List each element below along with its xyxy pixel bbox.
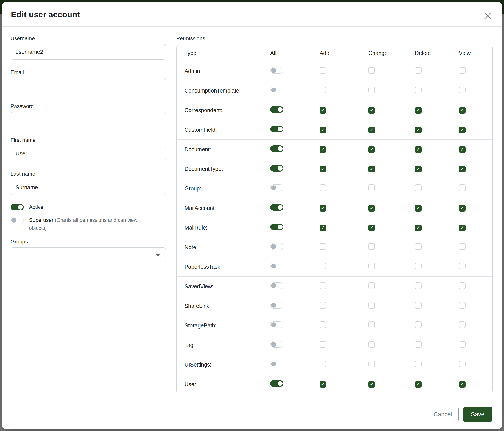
permission-all-toggle[interactable] [270, 243, 283, 250]
permission-all-toggle[interactable] [270, 185, 283, 191]
permission-view-checkbox[interactable] [459, 322, 466, 328]
permission-all-toggle[interactable] [270, 380, 283, 387]
permission-view-checkbox[interactable] [459, 67, 466, 74]
permission-view-checkbox[interactable]: ✓ [459, 205, 466, 212]
superuser-toggle[interactable] [10, 217, 24, 224]
username-input[interactable] [10, 44, 166, 60]
permission-add-checkbox[interactable] [320, 243, 326, 250]
password-input[interactable] [10, 112, 166, 127]
permission-view-checkbox[interactable]: ✓ [459, 166, 466, 172]
permission-change-checkbox[interactable] [368, 185, 375, 191]
permission-change-checkbox[interactable] [368, 361, 375, 367]
permission-delete-checkbox[interactable]: ✓ [415, 146, 422, 153]
permission-add-checkbox[interactable] [320, 282, 326, 289]
permission-change-checkbox[interactable] [368, 87, 375, 93]
permission-change-checkbox[interactable] [368, 341, 375, 348]
permission-all-toggle[interactable] [270, 263, 283, 269]
permission-add-checkbox[interactable]: ✓ [320, 224, 326, 231]
permission-add-checkbox[interactable] [320, 322, 326, 328]
permission-change-checkbox[interactable]: ✓ [368, 127, 375, 133]
permission-change-checkbox[interactable] [368, 282, 375, 289]
permission-add-checkbox[interactable]: ✓ [320, 205, 326, 212]
permission-change-checkbox[interactable] [368, 263, 375, 269]
permission-delete-checkbox[interactable] [415, 341, 422, 348]
permission-all-toggle[interactable] [270, 165, 283, 171]
permission-add-checkbox[interactable]: ✓ [320, 381, 326, 388]
permission-change-checkbox[interactable]: ✓ [368, 224, 375, 231]
permission-change-checkbox[interactable]: ✓ [368, 107, 375, 114]
permission-delete-checkbox[interactable]: ✓ [415, 381, 422, 388]
permission-view-checkbox[interactable] [459, 302, 466, 308]
permission-add-checkbox[interactable] [320, 67, 326, 74]
permission-view-checkbox[interactable] [459, 87, 466, 93]
toggle-knob [11, 218, 16, 223]
permission-all-toggle[interactable] [270, 106, 283, 113]
permission-add-checkbox[interactable] [320, 185, 326, 191]
permission-delete-checkbox[interactable]: ✓ [415, 224, 422, 231]
permission-add-checkbox[interactable]: ✓ [320, 107, 326, 114]
permission-delete-checkbox[interactable]: ✓ [415, 107, 422, 114]
cancel-button[interactable]: Cancel [427, 407, 459, 422]
permission-delete-checkbox[interactable] [415, 282, 422, 289]
permission-delete-checkbox[interactable] [415, 361, 422, 367]
last-name-field-group: Last name [10, 171, 166, 195]
permission-add-checkbox[interactable] [320, 341, 326, 348]
permission-delete-checkbox[interactable] [415, 243, 422, 250]
permission-add-checkbox[interactable] [320, 87, 326, 93]
permission-delete-checkbox[interactable] [415, 87, 422, 93]
permission-view-checkbox[interactable] [459, 341, 466, 348]
permission-change-checkbox[interactable]: ✓ [368, 146, 375, 153]
close-button[interactable] [483, 11, 492, 20]
permission-view-checkbox[interactable]: ✓ [459, 127, 466, 133]
table-row: User:✓✓✓✓ [177, 375, 492, 394]
permission-change-checkbox[interactable] [368, 243, 375, 250]
permission-delete-checkbox[interactable] [415, 302, 422, 308]
permission-view-checkbox[interactable] [459, 361, 466, 367]
permission-all-toggle[interactable] [270, 361, 283, 367]
permission-add-checkbox[interactable] [320, 302, 326, 308]
permission-all-toggle[interactable] [270, 322, 283, 328]
permission-view-checkbox[interactable]: ✓ [459, 381, 466, 388]
permission-add-checkbox[interactable]: ✓ [320, 166, 326, 172]
permission-change-checkbox[interactable]: ✓ [368, 205, 375, 212]
permission-delete-checkbox[interactable] [415, 67, 422, 74]
permission-change-checkbox[interactable]: ✓ [368, 381, 375, 388]
permission-change-checkbox[interactable] [368, 302, 375, 308]
active-toggle[interactable] [10, 204, 24, 210]
permission-delete-checkbox[interactable] [415, 263, 422, 269]
permission-add-checkbox[interactable] [320, 361, 326, 367]
permission-all-toggle[interactable] [270, 204, 283, 211]
permission-view-checkbox[interactable] [459, 243, 466, 250]
permission-add-checkbox[interactable]: ✓ [320, 127, 326, 133]
save-button[interactable]: Save [463, 407, 492, 422]
permission-delete-checkbox[interactable] [415, 185, 422, 191]
permission-view-checkbox[interactable]: ✓ [459, 107, 466, 114]
permission-change-checkbox[interactable] [368, 67, 375, 74]
table-row: Document:✓✓✓✓ [177, 140, 492, 159]
permission-add-checkbox[interactable]: ✓ [320, 146, 326, 153]
permission-delete-checkbox[interactable]: ✓ [415, 205, 422, 212]
permission-add-checkbox[interactable] [320, 263, 326, 269]
permission-all-toggle[interactable] [270, 87, 283, 93]
permission-view-checkbox[interactable] [459, 185, 466, 191]
permission-change-checkbox[interactable]: ✓ [368, 166, 375, 172]
last-name-input[interactable] [10, 180, 166, 195]
permission-all-toggle[interactable] [270, 126, 283, 132]
permission-view-checkbox[interactable]: ✓ [459, 224, 466, 231]
permission-all-toggle[interactable] [270, 282, 283, 289]
email-input[interactable] [10, 78, 166, 93]
permission-all-toggle[interactable] [270, 67, 283, 74]
first-name-input[interactable] [10, 146, 166, 161]
permission-change-checkbox[interactable] [368, 322, 375, 328]
permission-view-checkbox[interactable]: ✓ [459, 146, 466, 153]
permission-all-toggle[interactable] [270, 341, 283, 348]
permission-delete-checkbox[interactable] [415, 322, 422, 328]
permission-all-toggle[interactable] [270, 145, 283, 152]
permission-delete-checkbox[interactable]: ✓ [415, 166, 422, 172]
permission-view-checkbox[interactable] [459, 263, 466, 269]
permission-delete-checkbox[interactable]: ✓ [415, 127, 422, 133]
permission-all-toggle[interactable] [270, 302, 283, 308]
groups-select[interactable] [10, 247, 166, 263]
permission-all-toggle[interactable] [270, 224, 283, 230]
permission-view-checkbox[interactable] [459, 282, 466, 289]
